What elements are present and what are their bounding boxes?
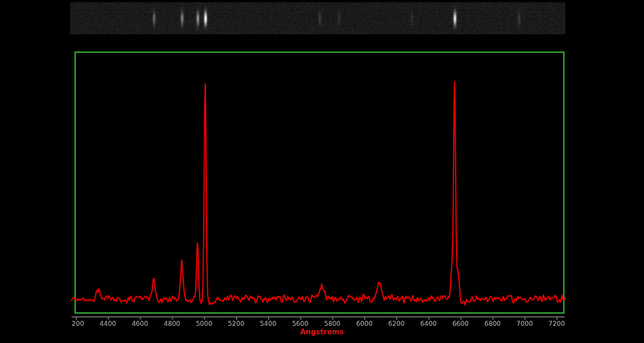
x-axis-tick-label: 5200 (228, 320, 245, 328)
spectrum-strip-image (70, 2, 565, 34)
x-axis-tick-label: 7200 (549, 320, 565, 328)
plot-frame (74, 51, 565, 314)
x-axis-tick-label: 7000 (517, 320, 533, 328)
x-axis-tick-label: 5000 (196, 320, 213, 328)
x-axis-tick-label: 4600 (132, 320, 148, 328)
x-axis-tick-label: 5800 (324, 320, 341, 328)
x-axis-tick-label: 6400 (420, 320, 436, 328)
spectrum-viewer-window: 4200440046004800500052005400560058006000… (0, 0, 644, 343)
x-axis-tick-label: 6000 (356, 320, 373, 328)
x-axis-tick-label: 6800 (484, 320, 501, 328)
x-axis-title: Angstroms (301, 328, 344, 336)
x-axis-tick-label: 5400 (260, 320, 276, 328)
x-axis-tick-label: 4800 (164, 320, 180, 328)
x-axis-tick-label: 4400 (99, 320, 116, 328)
x-axis-tick-label: 5600 (292, 320, 308, 328)
x-axis-tick-label: 6200 (389, 320, 405, 328)
x-axis-tick-label: 4200 (72, 320, 84, 328)
x-axis-tick-labels: 4200440046004800500052005400560058006000… (72, 320, 644, 329)
x-axis-tick-label: 6600 (452, 320, 469, 328)
